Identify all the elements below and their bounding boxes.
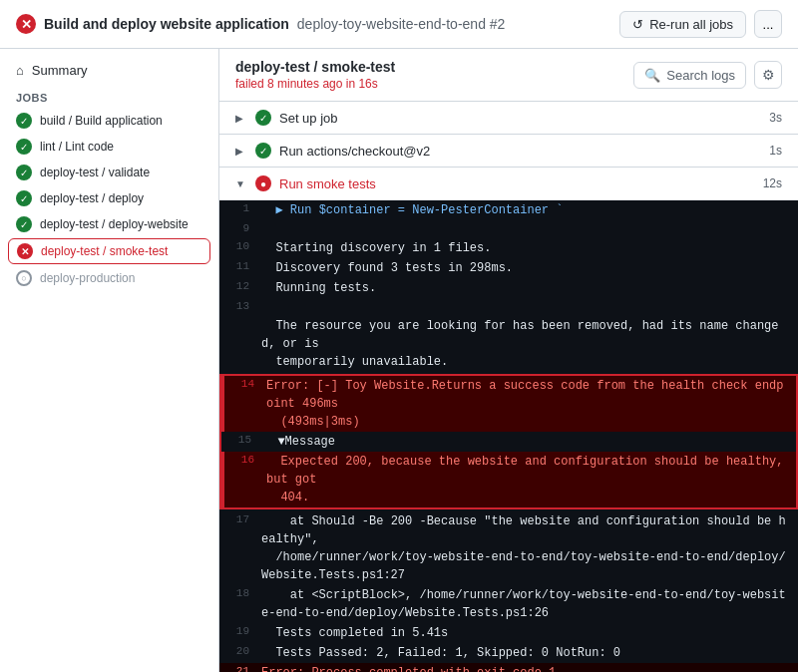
sidebar-summary-item[interactable]: ⌂ Summary	[0, 57, 218, 84]
sidebar: ⌂ Summary Jobs ✓ build / Build applicati…	[0, 49, 219, 672]
step-left: ▶ ✓ Run actions/checkout@v2	[235, 143, 430, 159]
log-line: 10 Starting discovery in 1 files.	[219, 238, 798, 258]
home-icon: ⌂	[16, 63, 24, 78]
step-name: Run smoke tests	[279, 176, 376, 191]
steps-list: ▶ ✓ Set up job 3s ▶ ✓ Run actions/checko…	[219, 102, 798, 672]
step-setup-job[interactable]: ▶ ✓ Set up job 3s	[219, 102, 798, 135]
search-icon: 🔍	[644, 68, 660, 83]
line-content: The resource you are looking for has bee…	[261, 317, 798, 371]
log-line: 19 Tests completed in 5.41s	[219, 623, 798, 643]
sidebar-item-label: lint / Lint code	[40, 140, 114, 154]
sidebar-item-label: deploy-production	[40, 271, 135, 285]
sidebar-item-label: deploy-test / deploy	[40, 191, 144, 205]
line-number	[219, 317, 261, 318]
job-status-text: failed 8 minutes ago in 16s	[235, 77, 395, 91]
log-line: 13	[219, 298, 798, 316]
log-settings-button[interactable]: ⚙	[754, 61, 782, 89]
line-number: 1	[219, 201, 261, 214]
search-placeholder: Search logs	[666, 68, 735, 83]
settings-icon: ⚙	[762, 67, 775, 83]
log-line-error: 16 Expected 200, because the website and…	[221, 452, 796, 507]
log-line: 15 ▼Message	[221, 432, 796, 452]
search-logs-box[interactable]: 🔍 Search logs	[633, 62, 746, 89]
step-checkout[interactable]: ▶ ✓ Run actions/checkout@v2 1s	[219, 135, 798, 168]
content-header: deploy-test / smoke-test failed 8 minute…	[219, 49, 798, 102]
step-chevron-icon: ▶	[235, 113, 247, 124]
sidebar-item-deploy-production[interactable]: ○ deploy-production	[0, 265, 218, 291]
sidebar-item-label: build / Build application	[40, 114, 163, 128]
log-line: 18 at <ScriptBlock>, /home/runner/work/t…	[219, 585, 798, 623]
header-right: ↺ Re-run all jobs ...	[619, 10, 782, 38]
step-time: 3s	[769, 111, 782, 125]
step-time: 1s	[769, 144, 782, 158]
line-number: 18	[219, 586, 261, 599]
rerun-icon: ↺	[632, 17, 643, 32]
line-content: at <ScriptBlock>, /home/runner/work/toy-…	[261, 586, 798, 622]
header-left: ✕ Build and deploy website application d…	[16, 14, 505, 34]
log-line: 11 Discovery found 3 tests in 298ms.	[219, 258, 798, 278]
status-icon-build: ✓	[16, 113, 32, 129]
line-number: 20	[219, 644, 261, 657]
error-text: Expected 200, because the website and co…	[266, 455, 791, 504]
status-icon-deploy: ✓	[16, 190, 32, 206]
status-icon-validate: ✓	[16, 165, 32, 180]
sidebar-item-smoke-test[interactable]: ✕ deploy-test / smoke-test	[8, 238, 210, 264]
line-number: 11	[219, 259, 261, 272]
log-line-error: 14 Error: [-] Toy Website.Returns a succ…	[221, 376, 796, 432]
status-icon-smoke-test: ✕	[17, 243, 33, 259]
error-text: Error: Process completed with exit code …	[261, 666, 563, 672]
workflow-run-id: deploy-toy-website-end-to-end #2	[297, 16, 506, 32]
main-layout: ⌂ Summary Jobs ✓ build / Build applicati…	[0, 49, 798, 672]
line-content: ▶ Run $container = New-PesterContainer `	[261, 201, 798, 219]
sidebar-item-label: deploy-test / deploy-website	[40, 217, 189, 231]
log-line: The resource you are looking for has bee…	[219, 316, 798, 372]
error-text: Error: [-] Toy Website.Returns a success…	[266, 379, 783, 429]
line-content: Starting discovery in 1 files.	[261, 239, 798, 257]
log-line: 17 at Should -Be 200 -Because "the websi…	[219, 511, 798, 585]
content-header-controls: 🔍 Search logs ⚙	[633, 61, 782, 89]
sidebar-item-deploy[interactable]: ✓ deploy-test / deploy	[0, 185, 218, 211]
sidebar-item-deploy-website[interactable]: ✓ deploy-test / deploy-website	[0, 211, 218, 237]
line-content: Tests Passed: 2, Failed: 1, Skipped: 0 N…	[261, 644, 798, 662]
line-number: 13	[219, 299, 261, 312]
sidebar-item-label: deploy-test / validate	[40, 166, 150, 179]
sidebar-item-label: deploy-test / smoke-test	[41, 244, 168, 258]
log-line: 9	[219, 220, 798, 238]
line-number: 12	[219, 279, 261, 292]
more-options-button[interactable]: ...	[754, 10, 782, 38]
step-smoke-tests-header[interactable]: ▼ ● Run smoke tests 12s	[219, 168, 798, 200]
log-output: 1 ▶ Run $container = New-PesterContainer…	[219, 200, 798, 672]
line-content: Error: Process completed with exit code …	[261, 664, 798, 672]
status-icon-deploy-production: ○	[16, 270, 32, 286]
status-icon-lint: ✓	[16, 139, 32, 155]
step-status-icon: ✓	[255, 143, 271, 159]
step-name: Run actions/checkout@v2	[279, 144, 430, 159]
log-line: 20 Tests Passed: 2, Failed: 1, Skipped: …	[219, 643, 798, 663]
step-status-icon: ●	[255, 175, 271, 191]
step-smoke-tests-expanded: ▼ ● Run smoke tests 12s 1 ▶ Run $contain…	[219, 168, 798, 672]
status-icon-deploy-website: ✓	[16, 216, 32, 232]
step-left: ▶ ✓ Set up job	[235, 110, 338, 126]
sidebar-item-build[interactable]: ✓ build / Build application	[0, 108, 218, 134]
step-name: Set up job	[279, 111, 338, 126]
workflow-status-icon: ✕	[16, 14, 36, 34]
line-number: 14	[224, 377, 266, 390]
step-chevron-down-icon: ▼	[235, 178, 247, 189]
line-number: 17	[219, 512, 261, 525]
sidebar-item-lint[interactable]: ✓ lint / Lint code	[0, 134, 218, 160]
line-number: 15	[221, 433, 263, 446]
page-header: ✕ Build and deploy website application d…	[0, 0, 798, 49]
rerun-all-button[interactable]: ↺ Re-run all jobs	[619, 11, 746, 38]
line-content: Tests completed in 5.41s	[261, 624, 798, 642]
step-chevron-icon: ▶	[235, 146, 247, 157]
line-content: at Should -Be 200 -Because "the website …	[261, 512, 798, 584]
line-number: 16	[224, 453, 266, 466]
sidebar-item-validate[interactable]: ✓ deploy-test / validate	[0, 160, 218, 185]
line-content: Discovery found 3 tests in 298ms.	[261, 259, 798, 277]
line-content: Running tests.	[261, 279, 798, 297]
step-status-icon: ✓	[255, 110, 271, 126]
line-number: 19	[219, 624, 261, 637]
step-left: ▼ ● Run smoke tests	[235, 175, 376, 191]
more-icon: ...	[763, 17, 774, 32]
line-number: 10	[219, 239, 261, 252]
